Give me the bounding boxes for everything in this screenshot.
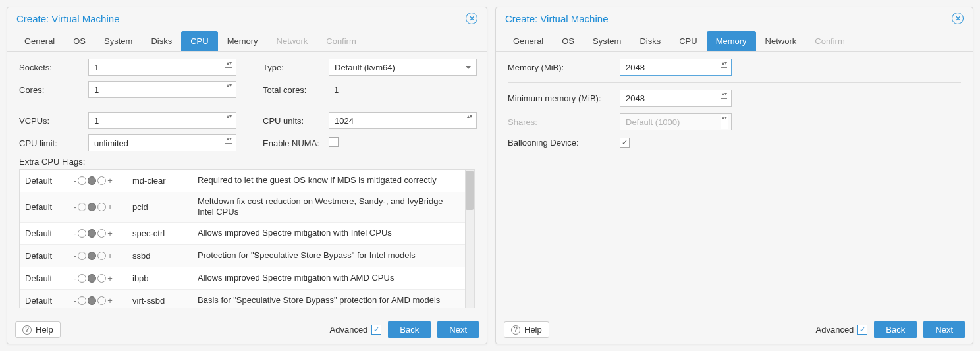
cpu-units-label: CPU units:: [263, 116, 329, 126]
tab-disks[interactable]: Disks: [630, 31, 670, 51]
tab-os[interactable]: OS: [64, 31, 95, 51]
tab-system[interactable]: System: [95, 31, 142, 51]
cores-input[interactable]: 1▴▾: [88, 81, 236, 98]
spinner-chevrons-icon[interactable]: ▴▾: [225, 113, 233, 128]
tab-disks[interactable]: Disks: [142, 31, 181, 51]
advanced-checkbox[interactable]: ✓: [371, 325, 381, 335]
type-combo[interactable]: Default (kvm64): [329, 59, 477, 76]
shares-input: Default (1000)▴▾: [620, 113, 732, 130]
help-icon: ?: [22, 325, 32, 335]
flag-default-label: Default: [25, 296, 71, 306]
dialog-header: Create: Virtual Machine ✕: [496, 7, 973, 28]
advanced-toggle[interactable]: Advanced ✓: [816, 325, 868, 335]
flag-name: virt-ssbd: [132, 296, 195, 306]
help-button[interactable]: ? Help: [504, 321, 549, 338]
extra-cpu-flags-label: Extra CPU Flags:: [19, 157, 475, 167]
dialog-body: Sockets: 1▴▾ Type: Default (kvm64) Cores…: [7, 52, 487, 315]
back-button[interactable]: Back: [388, 321, 431, 338]
next-button[interactable]: Next: [923, 321, 965, 338]
back-button[interactable]: Back: [874, 321, 917, 338]
tab-os[interactable]: OS: [553, 31, 584, 51]
dialog-title: Create: Virtual Machine: [505, 13, 608, 24]
total-cores-label: Total cores:: [263, 85, 329, 95]
tab-general[interactable]: General: [15, 31, 64, 51]
type-label: Type:: [263, 63, 329, 72]
form-grid-lower: VCPUs: 1▴▾ CPU units: 1024▴▾ CPU limit: …: [19, 112, 475, 151]
cpu-limit-input[interactable]: unlimited▴▾: [88, 134, 236, 151]
flag-default-label: Default: [25, 229, 71, 238]
flag-tristate[interactable]: - +: [74, 251, 130, 261]
spinner-chevrons-icon[interactable]: ▴▾: [225, 60, 233, 74]
spinner-chevrons-icon: ▴▾: [721, 115, 728, 129]
tab-system[interactable]: System: [584, 31, 630, 51]
next-button[interactable]: Next: [437, 321, 479, 338]
cores-label: Cores:: [19, 85, 88, 95]
tab-confirm: Confirm: [805, 31, 854, 51]
dialog-cpu: Create: Virtual Machine ✕ GeneralOSSyste…: [7, 7, 487, 344]
spinner-chevrons-icon[interactable]: ▴▾: [721, 60, 728, 74]
advanced-checkbox[interactable]: ✓: [858, 325, 867, 335]
sockets-input[interactable]: 1▴▾: [88, 59, 236, 76]
advanced-toggle[interactable]: Advanced ✓: [330, 325, 382, 335]
close-icon[interactable]: ✕: [952, 13, 964, 24]
flag-default-label: Default: [25, 202, 71, 212]
flag-default-label: Default: [25, 176, 71, 186]
tab-general[interactable]: General: [504, 31, 553, 51]
flag-description: Allows improved Spectre mitigation with …: [198, 228, 462, 238]
flag-description: Basis for "Speculative Store Bypass" pro…: [198, 295, 462, 306]
form-grid-upper: Sockets: 1▴▾ Type: Default (kvm64) Cores…: [19, 59, 475, 98]
tab-memory[interactable]: Memory: [707, 31, 756, 51]
flag-default-label: Default: [25, 273, 71, 283]
enable-numa-checkbox[interactable]: [329, 137, 339, 147]
scrollbar-thumb[interactable]: [466, 171, 474, 210]
memory-row: Memory (MiB): 2048▴▾: [508, 59, 961, 76]
close-icon[interactable]: ✕: [466, 13, 477, 24]
cpu-units-input[interactable]: 1024▴▾: [329, 112, 477, 129]
spinner-chevrons-icon[interactable]: ▴▾: [225, 82, 233, 97]
help-button[interactable]: ? Help: [15, 321, 61, 338]
flag-name: ibpb: [132, 273, 195, 283]
scrollbar[interactable]: [465, 170, 474, 308]
tabs: GeneralOSSystemDisksCPUMemoryNetworkConf…: [496, 28, 973, 52]
flag-default-label: Default: [25, 251, 71, 261]
flag-row: Default- +ssbdProtection for "Speculativ…: [20, 245, 474, 267]
min-memory-label: Minimum memory (MiB):: [508, 94, 620, 103]
dialog-body: Memory (MiB): 2048▴▾ Minimum memory (MiB…: [496, 52, 973, 315]
flag-row: Default- +ibpbAllows improved Spectre mi…: [20, 267, 474, 290]
flag-row: Default- +md-clearRequired to let the gu…: [20, 170, 474, 192]
flag-tristate[interactable]: - +: [74, 273, 130, 283]
memory-adv-grid: Minimum memory (MiB): 2048▴▾ Shares: Def…: [508, 90, 961, 148]
tab-network[interactable]: Network: [756, 31, 806, 51]
flag-description: Meltdown fix cost reduction on Westmere,…: [198, 196, 462, 218]
spinner-chevrons-icon[interactable]: ▴▾: [225, 136, 233, 150]
flags-table: Default- +md-clearRequired to let the gu…: [19, 169, 475, 308]
spinner-chevrons-icon[interactable]: ▴▾: [466, 113, 474, 128]
tab-memory[interactable]: Memory: [218, 31, 267, 51]
enable-numa-label: Enable NUMA:: [263, 138, 329, 148]
flag-tristate[interactable]: - +: [74, 176, 130, 186]
flag-row: Default- +virt-ssbdBasis for "Speculativ…: [20, 290, 474, 309]
flag-description: Allows improved Spectre mitigation with …: [198, 273, 462, 283]
tab-cpu[interactable]: CPU: [181, 31, 217, 51]
flag-tristate[interactable]: - +: [74, 296, 130, 306]
flag-name: spec-ctrl: [132, 229, 195, 238]
shares-label: Shares:: [508, 117, 620, 127]
memory-input[interactable]: 2048▴▾: [620, 59, 732, 76]
vcpus-label: VCPUs:: [19, 116, 88, 126]
vcpus-input[interactable]: 1▴▾: [88, 112, 236, 129]
ballooning-checkbox[interactable]: ✓: [620, 138, 630, 148]
flag-row: Default- +pcidMeltdown fix cost reductio…: [20, 192, 474, 223]
help-icon: ?: [511, 325, 520, 335]
flag-name: ssbd: [132, 251, 195, 261]
flag-tristate[interactable]: - +: [74, 202, 130, 212]
dialog-footer: ? Help Advanced ✓ Back Next: [496, 315, 973, 344]
spinner-chevrons-icon[interactable]: ▴▾: [721, 91, 728, 105]
flag-tristate[interactable]: - +: [74, 229, 130, 238]
flag-name: md-clear: [132, 176, 195, 186]
flag-name: pcid: [132, 202, 195, 212]
min-memory-input[interactable]: 2048▴▾: [620, 90, 732, 107]
tabs: GeneralOSSystemDisksCPUMemoryNetworkConf…: [7, 28, 487, 52]
tab-cpu[interactable]: CPU: [670, 31, 706, 51]
dialog-title: Create: Virtual Machine: [16, 13, 119, 24]
tab-network: Network: [267, 31, 317, 51]
